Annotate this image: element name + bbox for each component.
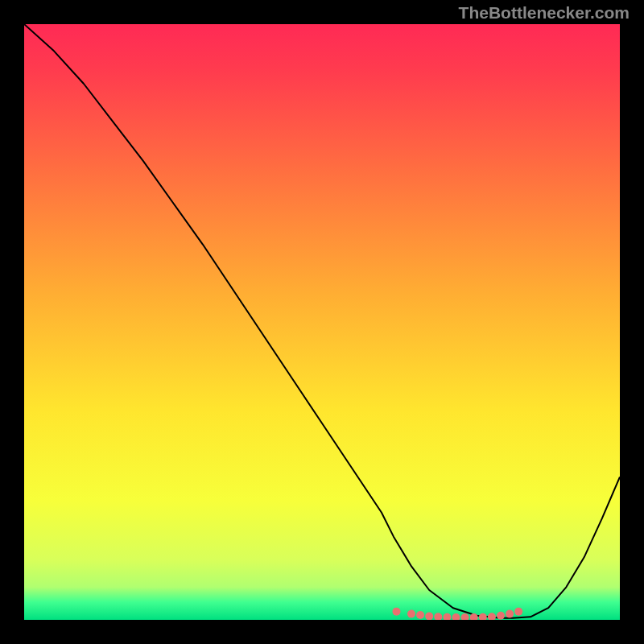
chart-container: TheBottlenecker.com [0, 0, 644, 644]
marker-dot [393, 608, 401, 616]
plot-area [24, 24, 620, 620]
marker-dot [407, 610, 415, 618]
marker-dot [506, 610, 514, 618]
marker-dot [416, 611, 424, 619]
marker-dot [514, 608, 522, 616]
chart-svg [24, 24, 620, 620]
gradient-background [24, 24, 620, 620]
marker-dot [497, 612, 505, 620]
watermark-text: TheBottlenecker.com [459, 3, 630, 23]
